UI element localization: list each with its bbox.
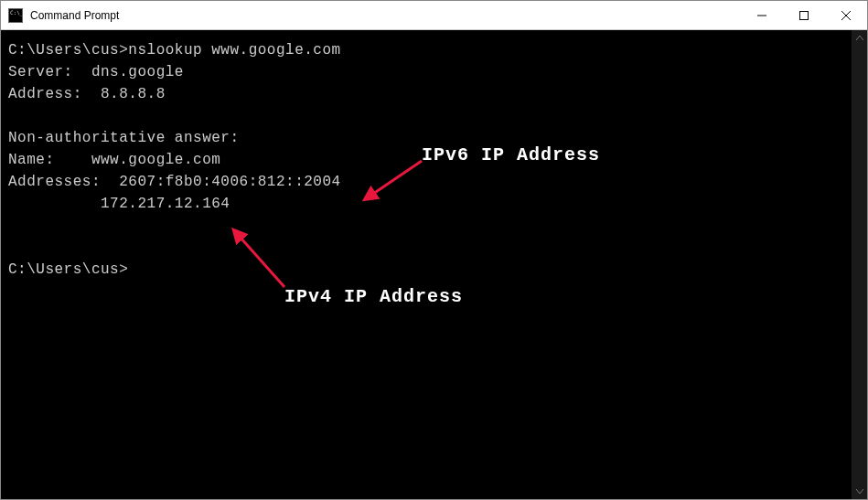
scroll-up-button[interactable] xyxy=(852,30,867,46)
close-button[interactable] xyxy=(825,1,867,29)
chevron-up-icon xyxy=(856,36,863,40)
server-line: Server: dns.google xyxy=(8,64,184,80)
titlebar[interactable]: Command Prompt xyxy=(1,1,867,30)
name-line: Name: www.google.com xyxy=(8,152,220,168)
non-auth-line: Non-authoritative answer: xyxy=(8,130,240,146)
command-nslookup: nslookup www.google.com xyxy=(128,42,340,59)
scroll-down-button[interactable] xyxy=(852,484,867,499)
terminal-area[interactable]: C:\Users\cus>nslookup www.google.com Ser… xyxy=(1,30,867,499)
address-line: Address: 8.8.8.8 xyxy=(8,86,166,102)
window-controls xyxy=(741,1,867,29)
svg-rect-1 xyxy=(800,11,809,19)
ipv4-annotation: IPv4 IP Address xyxy=(284,286,463,307)
minimize-button[interactable] xyxy=(741,1,783,29)
minimize-icon xyxy=(757,11,766,20)
chevron-down-icon xyxy=(856,489,863,494)
vertical-scrollbar[interactable] xyxy=(852,30,867,499)
ipv6-annotation: IPv6 IP Address xyxy=(422,144,600,165)
window-title: Command Prompt xyxy=(28,9,741,22)
prompt-1: C:\Users\cus> xyxy=(8,42,128,59)
maximize-icon xyxy=(799,11,809,20)
ipv4-line: 172.217.12.164 xyxy=(8,196,230,212)
ipv6-line: Addresses: 2607:f8b0:4006:812::2004 xyxy=(8,174,341,190)
cmd-icon xyxy=(8,8,23,23)
close-icon xyxy=(841,11,851,20)
cmd-window: Command Prompt C:\Users\cus>nslookup www… xyxy=(0,0,868,500)
prompt-2: C:\Users\cus> xyxy=(8,261,128,278)
maximize-button[interactable] xyxy=(783,1,825,29)
